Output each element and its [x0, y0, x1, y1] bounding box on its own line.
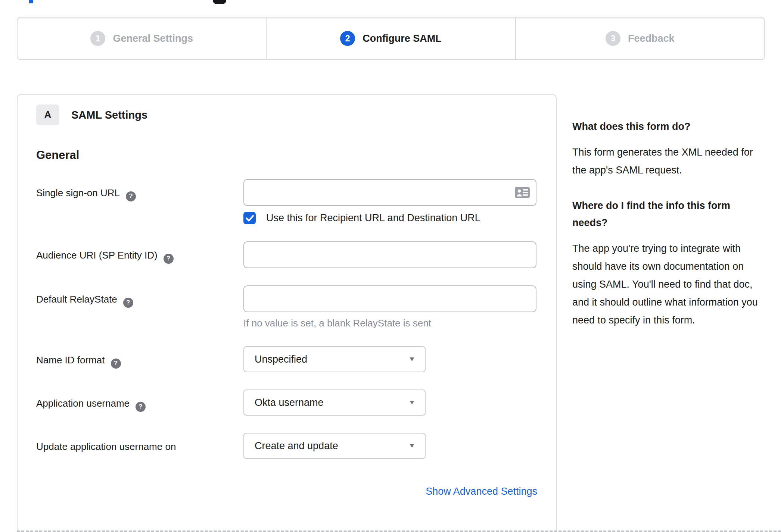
cutoff-toggle-fragment [213, 0, 226, 4]
recipient-url-checkbox-label: Use this for Recipient URL and Destinati… [266, 212, 480, 224]
app-username-value: Okta username [255, 397, 324, 409]
chevron-down-icon: ▼ [408, 442, 416, 450]
recipient-url-checkbox[interactable] [243, 212, 256, 224]
wizard-stepper: 1 General Settings 2 Configure SAML 3 Fe… [17, 17, 765, 60]
update-username-label-col: Update application username on [36, 433, 243, 459]
app-username-label: Application username [36, 398, 130, 409]
relay-state-row: Default RelayState? If no value is set, … [36, 285, 537, 329]
help-question-2: Where do I find the info this form needs… [572, 197, 765, 231]
help-answer-2: The app you're trying to integrate with … [572, 240, 765, 329]
chevron-down-icon: ▼ [408, 356, 416, 363]
cutoff-logo-fragment [29, 0, 33, 3]
help-icon[interactable]: ? [164, 254, 174, 264]
audience-uri-label-col: Audience URI (SP Entity ID)? [36, 241, 243, 268]
name-id-format-label: Name ID format [36, 354, 105, 366]
step-number-badge: 3 [606, 31, 620, 46]
advanced-settings-row: Show Advanced Settings [36, 486, 537, 497]
step-general-settings[interactable]: 1 General Settings [18, 18, 266, 59]
update-username-value: Create and update [255, 440, 338, 452]
name-id-format-value: Unspecified [255, 354, 307, 365]
show-advanced-settings-link[interactable]: Show Advanced Settings [426, 486, 537, 497]
help-sidebar: What does this form do? This form genera… [572, 118, 765, 329]
relay-state-hint: If no value is set, a blank RelayState i… [243, 317, 537, 329]
sso-url-label-col: Single sign-on URL? [36, 179, 243, 224]
name-id-format-select[interactable]: Unspecified ▼ [243, 346, 426, 372]
general-section-title: General [36, 148, 537, 162]
audience-uri-input[interactable] [243, 241, 536, 268]
sso-url-row: Single sign-on URL? [36, 179, 537, 224]
help-icon[interactable]: ? [136, 402, 146, 412]
step-label: Feedback [628, 33, 675, 44]
audience-uri-row: Audience URI (SP Entity ID)? [36, 241, 537, 268]
panel-header: A SAML Settings [36, 104, 537, 125]
step-feedback[interactable]: 3 Feedback [515, 18, 764, 59]
step-configure-saml[interactable]: 2 Configure SAML [266, 18, 515, 59]
sso-url-label: Single sign-on URL [36, 187, 120, 198]
step-label: Configure SAML [363, 33, 441, 44]
help-question-1: What does this form do? [572, 118, 765, 135]
update-username-select[interactable]: Create and update ▼ [243, 433, 426, 459]
audience-uri-label: Audience URI (SP Entity ID) [36, 250, 158, 261]
panel-title: SAML Settings [71, 109, 147, 121]
name-id-format-row: Name ID format? Unspecified ▼ [36, 346, 537, 372]
update-username-label: Update application username on [36, 441, 176, 452]
app-username-select[interactable]: Okta username ▼ [243, 389, 426, 416]
section-a-badge: A [36, 104, 59, 125]
update-username-row: Update application username on Create an… [36, 433, 537, 459]
help-icon[interactable]: ? [111, 359, 121, 369]
step-label: General Settings [113, 33, 193, 44]
relay-state-label-col: Default RelayState? [36, 285, 243, 329]
help-answer-1: This form generates the XML needed for t… [572, 143, 765, 179]
saml-settings-panel: A SAML Settings General Single sign-on U… [17, 94, 557, 532]
step-number-badge: 2 [340, 31, 355, 46]
app-username-label-col: Application username? [36, 389, 243, 416]
step-number-badge: 1 [90, 31, 105, 46]
recipient-url-checkbox-row: Use this for Recipient URL and Destinati… [243, 212, 537, 224]
relay-state-input[interactable] [243, 285, 536, 312]
help-icon[interactable]: ? [123, 298, 133, 308]
contact-card-icon[interactable] [515, 187, 530, 198]
bottom-dashed-divider [17, 531, 781, 532]
sso-url-input[interactable] [243, 179, 536, 206]
relay-state-label: Default RelayState [36, 294, 117, 305]
help-icon[interactable]: ? [126, 191, 136, 201]
app-username-row: Application username? Okta username ▼ [36, 389, 537, 416]
chevron-down-icon: ▼ [408, 399, 416, 406]
name-id-format-label-col: Name ID format? [36, 346, 243, 372]
